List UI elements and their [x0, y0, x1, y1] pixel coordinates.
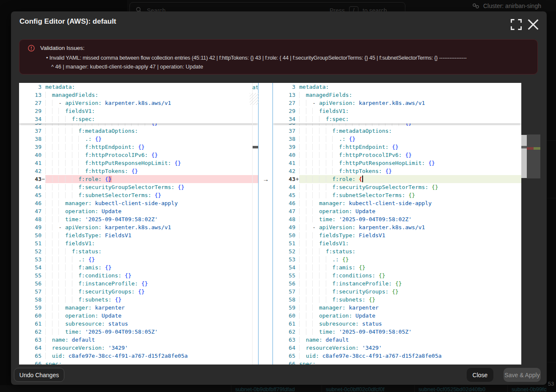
code-line: 63 name: default: [19, 336, 258, 344]
code-line: 45 f:subnetSelectorTerms: {}: [273, 191, 521, 199]
sticky-line: 13 managedFields:: [19, 91, 258, 99]
code-line: 52 f:status:: [273, 247, 521, 255]
code-line: 49 - apiVersion: karpenter.k8s.aws/v1: [273, 223, 521, 231]
code-line: 48 time: '2025-09-04T09:58:02Z': [19, 215, 258, 223]
code-line: 45 f:subnetSelectorTerms: {}: [19, 191, 258, 199]
code-line: 54 f:amis: {}: [273, 263, 521, 271]
code-line: 62 time: '2025-09-04T09:58:05Z': [19, 328, 258, 336]
code-line: 47 operation: Update: [273, 207, 521, 215]
config-editor-modal: Config Editor (AWS): default Validation …: [11, 11, 547, 385]
sticky-scroll-header: 3metadata:13 managedFields:27 - apiVersi…: [273, 83, 521, 123]
code-line: 58 f:subnets: {}: [19, 296, 258, 304]
code-line: 50 fieldsType: FieldsV1: [19, 231, 258, 239]
sticky-line: 13 managedFields:: [273, 91, 521, 99]
sticky-line: 34 f:spec:: [273, 115, 521, 123]
validation-message-line1: • Invalid YAML: missed comma between flo…: [46, 55, 467, 61]
code-line: 63 name: default: [273, 336, 521, 344]
code-line: 51 fieldsV1:: [19, 239, 258, 247]
text-cursor: [362, 175, 363, 182]
diff-pane-modified[interactable]: 36 {}37 f:metadataOptions:38 .: {}39 f:h…: [273, 83, 521, 365]
code-line: 42 f:httpTokens: {}: [19, 167, 258, 175]
code-line: 55 f:conditions: {}: [19, 271, 258, 280]
code-line: 50 fieldsType: FieldsV1: [273, 231, 521, 239]
code-line: 55 f:conditions: {}: [273, 271, 521, 280]
save-apply-button[interactable]: Save & Apply: [504, 368, 541, 382]
undo-changes-button[interactable]: Undo Changes: [14, 368, 64, 382]
left-overview-mark: [252, 146, 258, 148]
code-line: 43+ f:role: {: [273, 175, 521, 183]
code-line: 65 uid: c8afe97e-38cc-4f91-a767-d15f2a8f…: [273, 352, 521, 360]
code-line: 49 - apiVersion: karpenter.k8s.aws/v1: [19, 223, 258, 231]
code-line: 46 manager: kubectl-client-side-apply: [273, 199, 521, 207]
code-line: 56 f:instanceProfile: {}: [19, 280, 258, 288]
diff-diagonal-fill: [250, 93, 259, 105]
diff-pane-original[interactable]: 36 {}37 f:metadataOptions:38 .: {}39 f:h…: [19, 83, 258, 365]
validation-message-line2: ^ 46 | manager: kubectl-client-side-appl…: [51, 63, 203, 70]
diff-overview-ruler[interactable]: [527, 134, 540, 178]
code-line: 38 .: {}: [19, 135, 258, 143]
code-line: 39 f:httpEndpoint: {}: [19, 143, 258, 151]
close-button[interactable]: Close: [467, 368, 493, 382]
code-line: 40 f:httpProtocolIPv6: {}: [273, 151, 521, 159]
code-line: 60 operation: Update: [19, 312, 258, 320]
code-line: 53 .: {}: [273, 255, 521, 263]
code-line: 66spec:: [273, 360, 521, 365]
code-line: 37 f:metadataOptions:: [19, 127, 258, 135]
close-icon[interactable]: [528, 19, 539, 30]
code-line: 57 f:securityGroups: {}: [19, 288, 258, 296]
code-line: 39 f:httpEndpoint: {}: [273, 143, 521, 151]
validation-alert: Validation Issues: • Invalid YAML: misse…: [19, 39, 538, 74]
code-line: 48 time: '2025-09-04T09:58:02Z': [273, 215, 521, 223]
code-line: 61 subresource: status: [273, 320, 521, 328]
code-line: 41 f:httpPutResponseHopLimit: {}: [19, 159, 258, 167]
code-line: 54 f:amis: {}: [19, 263, 258, 271]
modal-title: Config Editor (AWS): default: [19, 17, 116, 26]
sticky-line: 29 fieldsV1:: [273, 107, 521, 115]
clipped-text-artifact: at: [252, 84, 258, 91]
code-line: 42 f:httpTokens: {}: [273, 167, 521, 175]
code-line: 65 uid: c8afe97e-38cc-4f91-a767-d15f2a8f…: [19, 352, 258, 360]
overview-added-mark: [534, 147, 540, 150]
code-line: 46 manager: kubectl-client-side-apply: [19, 199, 258, 207]
code-line: 64 resourceVersion: '3429': [19, 344, 258, 352]
validation-title: Validation Issues:: [40, 45, 85, 51]
code-line: 51 fieldsV1:: [273, 239, 521, 247]
code-line: 59 manager: karpenter: [19, 304, 258, 312]
code-line: 66spec:: [19, 360, 258, 365]
code-line: 43− f:role: {}: [19, 175, 258, 183]
code-line: 61 subresource: status: [19, 320, 258, 328]
code-line: 37 f:metadataOptions:: [273, 127, 521, 135]
code-line: 40 f:httpProtocolIPv6: {}: [19, 151, 258, 159]
bullet: •: [46, 55, 48, 61]
overview-removed-mark: [527, 147, 534, 150]
sticky-line: 3metadata:: [19, 83, 258, 91]
danger-icon: [28, 45, 35, 52]
code-line: 53 .: {}: [19, 255, 258, 263]
code-line: 41 f:httpPutResponseHopLimit: {}: [273, 159, 521, 167]
diff-gutter-strip: [258, 83, 273, 365]
revert-change-arrow-icon[interactable]: →: [261, 175, 271, 183]
yaml-diff-editor[interactable]: 36 {}37 f:metadataOptions:38 .: {}39 f:h…: [19, 83, 521, 365]
fullscreen-icon[interactable]: [511, 19, 522, 30]
sticky-line: 27 - apiVersion: karpenter.k8s.aws/v1: [19, 99, 258, 107]
sticky-line: 27 - apiVersion: karpenter.k8s.aws/v1: [273, 99, 521, 107]
code-line: 60 operation: Update: [273, 312, 521, 320]
code-line: 62 time: '2025-09-04T09:58:05Z': [273, 328, 521, 336]
sticky-line: 3metadata:: [273, 83, 521, 91]
screen: Search Press / to search Cluster: anirba…: [0, 0, 556, 392]
code-line: 57 f:securityGroups: {}: [273, 288, 521, 296]
sticky-scroll-header: 3metadata:13 managedFields:27 - apiVersi…: [19, 83, 258, 123]
vertical-scrollbar[interactable]: [521, 135, 527, 178]
sticky-line: 29 fieldsV1:: [19, 107, 258, 115]
code-line: 44 f:securityGroupSelectorTerms: {}: [19, 183, 258, 191]
code-line: 47 operation: Update: [19, 207, 258, 215]
code-line: 56 f:instanceProfile: {}: [273, 280, 521, 288]
pane-scroll-edge: [252, 83, 253, 365]
code-line: 44 f:securityGroupSelectorTerms: {}: [273, 183, 521, 191]
code-line: 38 .: {}: [273, 135, 521, 143]
scrollbar-diff-mark: [521, 146, 527, 148]
code-line: 52 f:status:: [19, 247, 258, 255]
code-line: 58 f:subnets: {}: [273, 296, 521, 304]
code-line: 64 resourceVersion: '3429': [273, 344, 521, 352]
code-line: 59 manager: karpenter: [273, 304, 521, 312]
